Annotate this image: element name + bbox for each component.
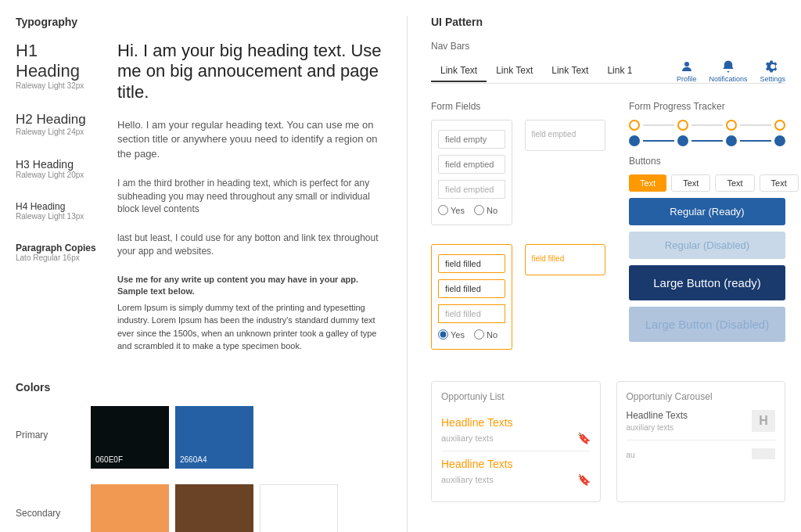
right-panel: UI Pattern Nav Bars Link Text Link Text … — [407, 16, 785, 532]
form-radio-empty: Yes No — [438, 205, 505, 215]
primary-label: Primary — [16, 406, 78, 440]
gear-icon — [766, 59, 780, 74]
form-field-filled-2 — [438, 279, 505, 298]
opp-list-headline-1[interactable]: Headline Texts — [441, 416, 591, 429]
btn-regular-ready[interactable]: Regular (Ready) — [629, 198, 785, 225]
carousel-aux-2: au — [627, 451, 746, 459]
colors-section: Colors Primary 060E0F 2660A4 — [16, 381, 383, 533]
opp-section: Opportuniy List Headline Texts auxiliary… — [431, 381, 785, 502]
progress-line-2-3 — [740, 140, 771, 142]
nav-link-2[interactable]: Link Text — [542, 60, 598, 82]
h4-heading-label: H4 Heading — [16, 201, 102, 212]
form-col-filled: field filled Yes — [431, 244, 512, 356]
nav-icon-settings[interactable]: Settings — [760, 59, 785, 83]
svg-point-0 — [684, 62, 689, 66]
form-field-empty-2 — [438, 155, 505, 174]
primary-color-row: Primary 060E0F 2660A4 — [16, 406, 383, 469]
carousel-item-2: au — [627, 448, 776, 467]
form-section-row: Form Fields — [431, 88, 785, 368]
h1-sub-label: Raleway Light 32px — [16, 81, 102, 90]
bookmark-icon-1[interactable]: 🔖 — [577, 432, 591, 444]
progress-row-1 — [629, 120, 785, 131]
bookmark-icon-2[interactable]: 🔖 — [577, 473, 591, 486]
secondary-label: Secondary — [16, 484, 78, 519]
opp-carousel-title: Opportuniy Carousel — [627, 391, 776, 402]
ui-pattern-title: UI Pattern — [431, 16, 785, 28]
form-fields-label: Form Fields — [431, 101, 605, 112]
form-input-filled-1[interactable] — [438, 254, 505, 273]
btn-small-1[interactable]: Text — [629, 174, 666, 192]
nav-link-3[interactable]: Link 1 — [598, 60, 641, 82]
form-box-filled-right: field filled — [525, 244, 606, 275]
primary-swatches: 060E0F 2660A4 — [91, 406, 253, 469]
secondary-swatch-1: F19953 — [91, 484, 169, 533]
carousel-content-1: Headline Texts auxiliary texts — [627, 410, 746, 432]
opp-list-item-2: Headline Texts auxiliary texts 🔖 — [441, 451, 591, 492]
form-radio-filled: Yes No — [438, 329, 505, 340]
btn-large-ready[interactable]: Large Button (ready) — [629, 265, 785, 300]
btn-small-3[interactable]: Text — [715, 174, 754, 192]
carousel-thumb-1: H — [752, 410, 775, 432]
bell-icon — [721, 59, 735, 74]
form-input-filled-2[interactable] — [438, 279, 505, 298]
form-field-empty-3: field emptied — [438, 180, 505, 199]
progress-row-2 — [629, 135, 785, 146]
carousel-item-1: Headline Texts auxiliary texts H — [627, 410, 776, 440]
opp-list-headline-2[interactable]: Headline Texts — [441, 458, 591, 470]
nav-icon-notifications-label: Notifications — [709, 75, 747, 83]
progress-dot-2-2 — [677, 135, 688, 146]
radio-yes-empty[interactable]: Yes — [438, 205, 465, 215]
profile-icon — [680, 59, 694, 74]
opp-list-aux-1: auxiliary texts 🔖 — [441, 432, 591, 444]
h3-sub-label: Raleway Light 20px — [16, 171, 102, 179]
form-layout-filled: field filled Yes — [431, 244, 605, 356]
btn-regular-disabled: Regular (Disabled) — [629, 232, 785, 259]
form-col-empty: field emptied Yes — [431, 120, 512, 232]
nav-link-1[interactable]: Link Text — [487, 60, 542, 82]
form-select-filled[interactable]: field filled — [438, 304, 505, 323]
radio-no-empty[interactable]: No — [474, 205, 497, 215]
field-label-empty-right: field emptied — [532, 130, 599, 138]
nav-icons: Profile Notifications Settings — [677, 59, 785, 83]
nav-icon-profile[interactable]: Profile — [677, 59, 697, 83]
btn-small-2[interactable]: Text — [671, 174, 710, 192]
typography-title: Typography — [16, 16, 383, 28]
form-input-empty-1[interactable] — [438, 130, 505, 149]
radio-yes-filled[interactable]: Yes — [438, 329, 465, 340]
primary-swatch-1-label: 060E0F — [95, 455, 123, 464]
radio-no-filled[interactable]: No — [474, 329, 497, 340]
secondary-swatch-2: 6A4225 — [175, 484, 253, 533]
opp-list-title: Opportuniy List — [441, 391, 591, 402]
form-select-wrapper-filled: field filled — [438, 304, 505, 323]
progress-line-1-2 — [691, 124, 723, 126]
h2-heading-label: H2 Heading — [16, 112, 102, 128]
paragraph-heading-label: Paragraph Copies — [16, 243, 102, 253]
left-panel: Typography H1 Heading Raleway Light 32px… — [16, 16, 383, 532]
nav-bars-label: Nav Bars — [431, 41, 785, 52]
h1-content: Hi. I am your big heading text. Use me o… — [117, 41, 383, 102]
typography-content: Hi. I am your big heading text. Use me o… — [117, 41, 383, 365]
nav-icon-notifications[interactable]: Notifications — [709, 59, 747, 83]
nav-link-0[interactable]: Link Text — [431, 60, 487, 82]
opp-list-item-1: Headline Texts auxiliary texts 🔖 — [441, 410, 591, 451]
btn-small-4[interactable]: Text — [760, 174, 799, 192]
nav-icon-settings-label: Settings — [760, 75, 785, 83]
form-input-empty-2[interactable] — [438, 155, 505, 174]
paragraph-sub-label: Lato Regular 16px — [16, 253, 102, 262]
progress-line-2-2 — [691, 140, 723, 142]
primary-swatch-1: 060E0F — [91, 406, 169, 469]
form-section: Form Fields — [431, 88, 605, 368]
progress-dot-2-1 — [629, 135, 640, 146]
opp-list: Opportuniy List Headline Texts auxiliary… — [431, 381, 601, 502]
carousel-headline-1: Headline Texts — [627, 410, 746, 421]
form-select-empty[interactable]: field emptied — [438, 180, 505, 199]
paragraph-body-content: Lorem Ipsum is simply dummy text of the … — [117, 301, 383, 353]
progress-line-2-1 — [643, 140, 674, 142]
form-layout: field emptied Yes — [431, 120, 605, 232]
progress-dot-1-2 — [677, 120, 688, 131]
form-field-filled-1 — [438, 254, 505, 273]
progress-dot-1-3 — [726, 120, 737, 131]
btn-small-row: Text Text Text Text — [629, 174, 785, 192]
form-field-empty-1 — [438, 130, 505, 149]
h3-content: I am the third brother in heading text, … — [117, 177, 383, 216]
